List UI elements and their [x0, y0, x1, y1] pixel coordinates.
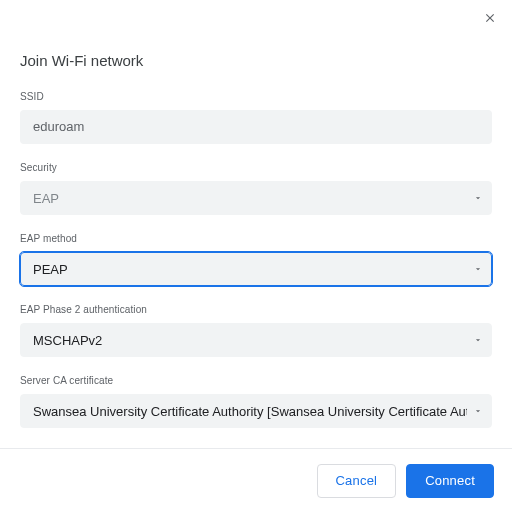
- phase2-value: MSCHAPv2: [33, 333, 467, 348]
- ssid-input[interactable]: eduroam: [20, 110, 492, 144]
- wifi-join-dialog: Join Wi-Fi network SSID eduroam Security…: [0, 0, 512, 512]
- field-eap-method: EAP method PEAP: [20, 233, 492, 286]
- eap-method-value: PEAP: [33, 262, 467, 277]
- security-label: Security: [20, 162, 492, 173]
- field-server-ca: Server CA certificate Swansea University…: [20, 375, 492, 428]
- connect-button[interactable]: Connect: [406, 464, 494, 498]
- chevron-down-icon: [473, 335, 483, 345]
- server-ca-value: Swansea University Certificate Authority…: [33, 404, 467, 419]
- field-ssid: SSID eduroam: [20, 91, 492, 144]
- ssid-value: eduroam: [33, 110, 84, 144]
- eap-method-select[interactable]: PEAP: [20, 252, 492, 286]
- close-button[interactable]: [478, 8, 502, 32]
- dialog-title: Join Wi-Fi network: [20, 52, 492, 69]
- chevron-down-icon: [473, 193, 483, 203]
- field-security: Security EAP: [20, 162, 492, 215]
- security-select[interactable]: EAP: [20, 181, 492, 215]
- phase2-select[interactable]: MSCHAPv2: [20, 323, 492, 357]
- dialog-footer: Cancel Connect: [0, 448, 512, 512]
- server-ca-select[interactable]: Swansea University Certificate Authority…: [20, 394, 492, 428]
- ssid-label: SSID: [20, 91, 492, 102]
- field-phase2: EAP Phase 2 authentication MSCHAPv2: [20, 304, 492, 357]
- eap-method-label: EAP method: [20, 233, 492, 244]
- close-icon: [483, 11, 497, 29]
- chevron-down-icon: [473, 264, 483, 274]
- chevron-down-icon: [473, 406, 483, 416]
- dialog-content: Join Wi-Fi network SSID eduroam Security…: [0, 0, 512, 440]
- security-value: EAP: [33, 191, 467, 206]
- cancel-button-label: Cancel: [336, 473, 378, 488]
- cancel-button[interactable]: Cancel: [317, 464, 397, 498]
- server-ca-label: Server CA certificate: [20, 375, 492, 386]
- phase2-label: EAP Phase 2 authentication: [20, 304, 492, 315]
- connect-button-label: Connect: [425, 473, 475, 488]
